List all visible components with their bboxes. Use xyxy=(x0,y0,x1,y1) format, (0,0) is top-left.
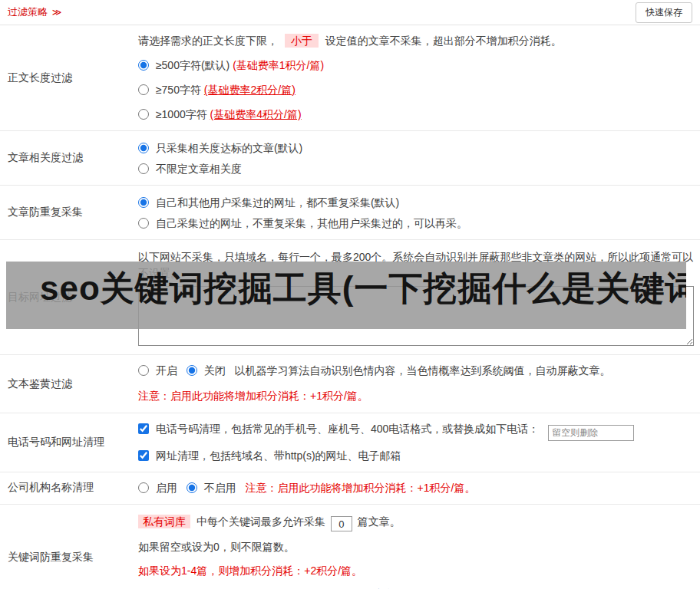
row-relevance-label: 文章相关度过滤 xyxy=(0,131,132,185)
filter-strategy-page: 过滤策略 ≫ 快速保存 正文长度过滤 请选择需求的正文长度下限， 小于 设定值的… xyxy=(0,0,700,589)
body-length-option-1000[interactable]: ≥1000字符 (基础费率4积分/篇) xyxy=(138,107,694,123)
row-company-clean: 公司机构名称清理 启用 不启用 注意：启用此功能将增加积分消耗：+1积分/篇。 xyxy=(0,472,700,505)
quick-save-button[interactable]: 快速保存 xyxy=(636,2,692,23)
body-length-intro: 请选择需求的正文长度下限， 小于 设定值的文章不采集，超出部分不增加积分消耗。 xyxy=(138,33,694,49)
relevance-radio-any[interactable] xyxy=(138,163,149,174)
dedup-option-self[interactable]: 自己采集过的网址，不重复采集，其他用户采集过的，可以再采。 xyxy=(138,216,694,232)
body-length-option-750-text: ≥750字符 xyxy=(156,84,201,96)
keyword-dedup-line1-end: 篇文章。 xyxy=(358,515,401,528)
body-length-intro-pre: 请选择需求的正文长度下限， xyxy=(138,35,278,47)
url-clean-line: 网址清理，包括纯域名、带http(s)的网址、电子邮箱 xyxy=(138,448,694,464)
row-dedup-content: 自己和其他用户采集过的网址，都不重复采集(默认) 自己采集过的网址，不重复采集，… xyxy=(132,186,700,239)
porn-filter-option-off[interactable]: 关闭 xyxy=(187,364,229,377)
body-length-radio-750[interactable] xyxy=(138,84,149,95)
phone-clean-text: 电话号码清理，包括常见的手机号、座机号、400电话格式，或替换成如下电话： xyxy=(156,423,539,435)
row-porn-filter-content: 开启 关闭 以机器学习算法自动识别色情内容，当色情概率达到系统阈值，自动屏蔽文章… xyxy=(132,355,700,413)
dedup-option-self-text: 自己采集过的网址，不重复采集，其他用户采集过的，可以再采。 xyxy=(156,217,467,229)
company-clean-note: 注意：启用此功能将增加积分消耗：+1积分/篇。 xyxy=(246,482,476,494)
page-title-text: 过滤策略 xyxy=(8,6,48,18)
topbar: 过滤策略 ≫ 快速保存 xyxy=(0,0,700,25)
keyword-max-count-input[interactable] xyxy=(331,516,352,531)
row-keyword-dedup: 关键词防重复采集 私有词库 中每个关键词最多允许采集 篇文章。 如果留空或设为0… xyxy=(0,505,700,589)
body-length-intro-post: 设定值的文章不采集，超出部分不增加积分消耗。 xyxy=(325,35,562,47)
dedup-option-global[interactable]: 自己和其他用户采集过的网址，都不重复采集(默认) xyxy=(138,195,694,211)
row-dedup: 文章防重复采集 自己和其他用户采集过的网址，都不重复采集(默认) 自己采集过的网… xyxy=(0,186,700,240)
phone-clean-option[interactable]: 电话号码清理，包括常见的手机号、座机号、400电话格式，或替换成如下电话： xyxy=(138,423,542,435)
porn-filter-radio-off[interactable] xyxy=(187,365,197,376)
row-phone-url-clean: 电话号码和网址清理 电话号码清理，包括常见的手机号、座机号、400电话格式，或替… xyxy=(0,413,700,472)
body-length-option-500-note: (基础费率1积分/篇) xyxy=(233,59,324,71)
row-relevance-content: 只采集相关度达标的文章(默认) 不限定文章相关度 xyxy=(132,131,700,185)
row-phone-url-clean-label: 电话号码和网址清理 xyxy=(0,413,132,472)
porn-filter-option-on-text: 开启 xyxy=(156,364,177,377)
porn-filter-option-off-text: 关闭 xyxy=(204,364,226,377)
url-clean-option[interactable]: 网址清理，包括纯域名、带http(s)的网址、电子邮箱 xyxy=(138,449,401,462)
body-length-option-500-text: ≥500字符(默认) xyxy=(156,59,229,71)
keyword-dedup-line1: 私有词库 中每个关键词最多允许采集 篇文章。 xyxy=(138,514,694,532)
row-porn-filter: 文本鉴黄过滤 开启 关闭 以机器学习算法自动识别色情内容，当色情概率达到系统阈值… xyxy=(0,355,700,413)
body-length-option-500[interactable]: ≥500字符(默认) (基础费率1积分/篇) xyxy=(138,58,694,74)
company-clean-radio-on[interactable] xyxy=(138,482,149,493)
body-length-option-750-note: (基础费率2积分/篇) xyxy=(204,84,296,96)
row-body-length-label: 正文长度过滤 xyxy=(0,25,132,130)
dedup-radio-self[interactable] xyxy=(138,218,149,229)
private-lexicon-badge: 私有词库 xyxy=(138,515,190,528)
keyword-dedup-line1-mid: 中每个关键词最多允许采集 xyxy=(196,515,325,528)
drag-overlay: seo关键词挖掘工具(一下挖掘什么是关键词 xyxy=(6,262,686,329)
row-company-clean-content: 启用 不启用 注意：启用此功能将增加积分消耗：+1积分/篇。 xyxy=(132,472,700,504)
row-company-clean-label: 公司机构名称清理 xyxy=(0,472,132,504)
company-clean-option-off[interactable]: 不启用 xyxy=(187,482,239,494)
phone-clean-checkbox[interactable] xyxy=(138,423,149,434)
row-phone-url-clean-content: 电话号码清理，包括常见的手机号、座机号、400电话格式，或替换成如下电话： 网址… xyxy=(132,413,700,472)
row-keyword-dedup-label: 关键词防重复采集 xyxy=(0,505,132,589)
company-clean-option-off-text: 不启用 xyxy=(204,482,236,494)
body-length-option-1000-text: ≥1000字符 xyxy=(156,108,207,120)
url-clean-checkbox[interactable] xyxy=(138,450,149,461)
company-clean-option-on[interactable]: 启用 xyxy=(138,482,180,494)
keyword-dedup-line2: 如果留空或设为0，则不限篇数。 xyxy=(138,539,694,555)
porn-filter-note: 注意：启用此功能将增加积分消耗：+1积分/篇。 xyxy=(138,388,694,404)
keyword-dedup-line3: 如果设为1-4篇，则增加积分消耗：+2积分/篇。 xyxy=(138,563,694,579)
relevance-option-strict[interactable]: 只采集相关度达标的文章(默认) xyxy=(138,140,694,156)
porn-filter-option-on[interactable]: 开启 xyxy=(138,364,180,377)
row-relevance: 文章相关度过滤 只采集相关度达标的文章(默认) 不限定文章相关度 xyxy=(0,131,700,186)
page-title[interactable]: 过滤策略 ≫ xyxy=(8,5,61,19)
company-clean-radio-off[interactable] xyxy=(187,482,197,493)
relevance-radio-strict[interactable] xyxy=(138,143,149,153)
body-length-option-1000-note: (基础费率4积分/篇) xyxy=(210,108,302,120)
row-dedup-label: 文章防重复采集 xyxy=(0,186,132,239)
row-body-length: 正文长度过滤 请选择需求的正文长度下限， 小于 设定值的文章不采集，超出部分不增… xyxy=(0,25,700,131)
dedup-radio-global[interactable] xyxy=(138,197,149,208)
company-clean-option-on-text: 启用 xyxy=(156,482,177,494)
row-keyword-dedup-content: 私有词库 中每个关键词最多允许采集 篇文章。 如果留空或设为0，则不限篇数。 如… xyxy=(132,505,700,589)
dedup-option-global-text: 自己和其他用户采集过的网址，都不重复采集(默认) xyxy=(156,196,399,209)
body-length-option-750[interactable]: ≥750字符 (基础费率2积分/篇) xyxy=(138,82,694,98)
row-body-length-content: 请选择需求的正文长度下限， 小于 设定值的文章不采集，超出部分不增加积分消耗。 … xyxy=(132,25,700,130)
porn-filter-options: 开启 关闭 以机器学习算法自动识别色情内容，当色情概率达到系统阈值，自动屏蔽文章… xyxy=(138,363,694,379)
relevance-option-any-text: 不限定文章相关度 xyxy=(156,163,242,175)
porn-filter-radio-on[interactable] xyxy=(138,365,149,376)
row-porn-filter-label: 文本鉴黄过滤 xyxy=(0,355,132,413)
body-length-intro-highlight: 小于 xyxy=(285,34,319,48)
relevance-option-any[interactable]: 不限定文章相关度 xyxy=(138,161,694,177)
overlay-keyword-text: seo关键词挖掘工具(一下挖掘什么是关键词 xyxy=(40,269,686,307)
relevance-option-strict-text: 只采集相关度达标的文章(默认) xyxy=(156,142,302,154)
phone-replacement-input[interactable] xyxy=(548,425,634,441)
chevron-double-down-icon: ≫ xyxy=(52,7,62,18)
url-clean-text: 网址清理，包括纯域名、带http(s)的网址、电子邮箱 xyxy=(156,449,401,462)
phone-clean-line: 电话号码清理，包括常见的手机号、座机号、400电话格式，或替换成如下电话： xyxy=(138,421,694,441)
body-length-radio-1000[interactable] xyxy=(138,109,149,120)
body-length-radio-500[interactable] xyxy=(138,60,149,71)
porn-filter-desc: 以机器学习算法自动识别色情内容，当色情概率达到系统阈值，自动屏蔽文章。 xyxy=(235,364,611,377)
